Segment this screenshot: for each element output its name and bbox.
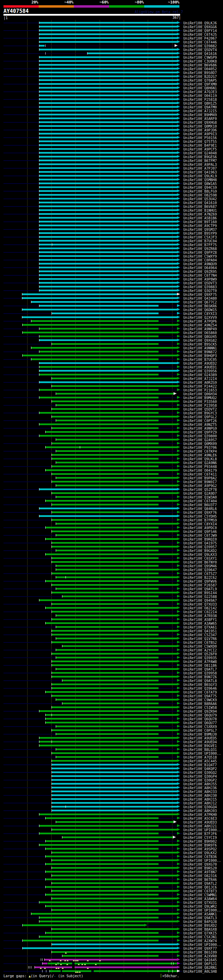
alignment-bar[interactable]: [22, 297, 177, 299]
alignment-bar[interactable]: [39, 140, 177, 142]
alignment-bar[interactable]: [52, 343, 159, 345]
alignment-bar[interactable]: [39, 435, 159, 437]
alignment-bar[interactable]: [39, 75, 177, 77]
alignment-bar[interactable]: [39, 263, 177, 264]
alignment-bar[interactable]: [31, 913, 177, 915]
alignment-bar[interactable]: [39, 30, 177, 31]
alignment-bar[interactable]: [39, 745, 177, 746]
alignment-bar[interactable]: [39, 205, 177, 207]
alignment-bar[interactable]: [46, 538, 177, 540]
alignment-bar[interactable]: [52, 794, 177, 796]
alignment-bar[interactable]: [52, 764, 177, 765]
alignment-bar[interactable]: [52, 752, 177, 754]
alignment-bar[interactable]: [52, 787, 177, 788]
alignment-bar[interactable]: [22, 324, 177, 326]
alignment-bar[interactable]: [56, 588, 159, 590]
alignment-bar[interactable]: [39, 228, 177, 230]
alignment-bar[interactable]: [46, 431, 177, 433]
alignment-bar[interactable]: [39, 710, 159, 712]
alignment-bar[interactable]: [52, 511, 159, 513]
alignment-bar[interactable]: [52, 806, 177, 808]
alignment-bar[interactable]: [52, 466, 159, 467]
alignment-bar[interactable]: [52, 634, 159, 635]
alignment-bar[interactable]: [52, 641, 159, 643]
alignment-bar[interactable]: [52, 416, 177, 417]
alignment-bar[interactable]: [52, 473, 159, 475]
alignment-bar[interactable]: [46, 848, 159, 850]
alignment-bar[interactable]: [39, 159, 177, 161]
alignment-bar[interactable]: [63, 679, 159, 681]
alignment-bar[interactable]: [52, 867, 177, 869]
alignment-bar[interactable]: [39, 508, 177, 509]
alignment-bar[interactable]: [46, 817, 159, 819]
alignment-bar[interactable]: [39, 64, 177, 66]
alignment-bar[interactable]: [39, 278, 177, 280]
alignment-bar[interactable]: [39, 397, 159, 398]
alignment-bar[interactable]: [56, 657, 159, 659]
alignment-bar[interactable]: [46, 878, 159, 880]
alignment-bar[interactable]: [39, 175, 177, 177]
alignment-bar[interactable]: [22, 924, 144, 926]
alignment-bar[interactable]: [39, 102, 177, 104]
alignment-bar[interactable]: [52, 653, 177, 655]
alignment-bar[interactable]: [39, 921, 177, 922]
alignment-bar[interactable]: [39, 737, 177, 739]
alignment-bar[interactable]: [39, 351, 159, 353]
alignment-bar[interactable]: [63, 645, 177, 647]
alignment-bar[interactable]: [39, 339, 177, 341]
alignment-bar[interactable]: [39, 389, 159, 391]
alignment-bar[interactable]: [39, 163, 177, 165]
alignment-bar[interactable]: [39, 259, 177, 261]
alignment-bar[interactable]: [52, 664, 159, 666]
alignment-bar[interactable]: [52, 951, 177, 953]
alignment-bar[interactable]: [39, 251, 177, 253]
alignment-bar[interactable]: [39, 244, 177, 245]
alignment-bar[interactable]: [46, 871, 159, 873]
alignment-bar[interactable]: [39, 936, 177, 938]
alignment-bar[interactable]: [31, 358, 158, 360]
alignment-bar[interactable]: [52, 798, 177, 800]
alignment-bar[interactable]: [43, 963, 47, 964]
alignment-bar[interactable]: [52, 928, 177, 930]
alignment-bar[interactable]: [39, 366, 159, 368]
alignment-bar[interactable]: [39, 26, 177, 27]
alignment-bar[interactable]: [52, 943, 177, 945]
alignment-bar[interactable]: [56, 550, 159, 551]
alignment-bar[interactable]: [46, 500, 177, 502]
alignment-bar[interactable]: [52, 630, 177, 632]
alignment-bar[interactable]: [52, 611, 159, 612]
alignment-bar[interactable]: [52, 454, 177, 456]
alignment-bar[interactable]: [39, 844, 177, 846]
alignment-bar[interactable]: [52, 768, 177, 769]
alignment-bar[interactable]: [46, 527, 159, 528]
alignment-bar[interactable]: [63, 595, 159, 597]
alignment-bar[interactable]: [46, 607, 177, 609]
alignment-bar[interactable]: [39, 110, 177, 111]
alignment-bar[interactable]: [39, 22, 177, 24]
alignment-bar[interactable]: [46, 622, 177, 624]
alignment-bar[interactable]: [22, 317, 177, 318]
alignment-bar[interactable]: [39, 213, 177, 215]
alignment-bar[interactable]: [56, 404, 159, 406]
alignment-bar[interactable]: [56, 439, 177, 441]
alignment-bar[interactable]: [52, 619, 159, 620]
alignment-bar[interactable]: [52, 660, 177, 662]
alignment-bar[interactable]: [46, 905, 177, 907]
alignment-bar[interactable]: [52, 810, 177, 811]
alignment-bar[interactable]: [39, 152, 177, 154]
alignment-bar[interactable]: [52, 706, 177, 708]
alignment-bar[interactable]: [39, 133, 177, 135]
alignment-bar[interactable]: [39, 901, 159, 903]
alignment-bar[interactable]: [52, 427, 159, 429]
alignment-bar[interactable]: [46, 714, 177, 716]
alignment-bar[interactable]: [39, 813, 177, 815]
alignment-bar[interactable]: [39, 217, 177, 219]
alignment-bar[interactable]: [39, 83, 177, 85]
alignment-bar[interactable]: [39, 68, 177, 70]
alignment-bar[interactable]: [39, 599, 177, 601]
alignment-bar[interactable]: [39, 305, 159, 307]
alignment-bar[interactable]: [39, 183, 177, 184]
alignment-bar[interactable]: [39, 328, 159, 329]
alignment-bar[interactable]: [39, 290, 177, 291]
alignment-bar[interactable]: [56, 668, 177, 670]
